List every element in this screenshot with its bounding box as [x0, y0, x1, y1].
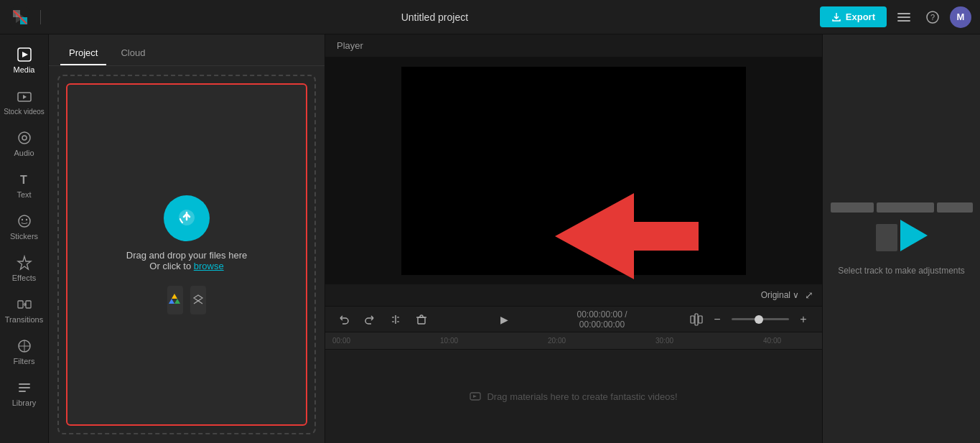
timeline-tracks: Drag materials here to create fantastic … — [325, 350, 822, 443]
panel-tabs: Project Cloud — [49, 34, 325, 66]
svg-text:?: ? — [930, 13, 935, 22]
svg-rect-31 — [699, 316, 702, 323]
app-logo — [9, 6, 32, 29]
graphic-bar-group — [831, 202, 973, 213]
player-wrapper — [325, 57, 822, 284]
svg-point-9 — [19, 132, 30, 144]
upload-drag-text: Drag and drop your files here Or click t… — [126, 250, 247, 271]
main-area: Media Stock videos Audio T Text — [0, 34, 980, 443]
ruler-mark-3: 30:00 — [655, 337, 763, 345]
svg-rect-4 — [897, 20, 910, 22]
dropbox-button[interactable] — [190, 286, 206, 314]
svg-rect-16 — [26, 301, 31, 308]
fit-icon — [690, 313, 703, 326]
fullscreen-button[interactable]: ⤢ — [805, 289, 813, 301]
center-area: Player Original ∨ ⤢ — [325, 34, 822, 443]
zoom-slider[interactable] — [732, 318, 789, 320]
svg-text:T: T — [20, 174, 27, 186]
menu-button[interactable] — [892, 6, 915, 29]
bar2 — [877, 202, 934, 213]
video-screen — [401, 67, 746, 275]
timeline-ruler: 00:00 10:00 20:00 30:00 40:00 50:00 — [325, 332, 822, 350]
project-title: Untitled project — [50, 11, 820, 23]
sidebar-item-media[interactable]: Media — [3, 40, 46, 80]
avatar[interactable]: M — [950, 6, 971, 28]
player-controls-bar: ▶ 00:00:00:00 / 00:00:00:00 − + — [325, 306, 822, 332]
browse-link[interactable]: browse — [194, 261, 224, 271]
original-button[interactable]: Original ∨ — [761, 290, 799, 300]
svg-point-10 — [22, 136, 27, 140]
google-drive-button[interactable] — [167, 286, 183, 314]
bar3 — [937, 202, 973, 213]
svg-rect-3 — [897, 17, 910, 18]
svg-rect-29 — [691, 316, 694, 323]
time-display: 00:00:00:00 / 00:00:00:00 — [577, 309, 627, 330]
graphic-bars — [831, 202, 973, 251]
help-button[interactable]: ? — [921, 6, 944, 29]
delete-button[interactable] — [411, 309, 431, 330]
svg-point-12 — [19, 215, 30, 227]
panel-content: Drag and drop your files here Or click t… — [49, 66, 325, 443]
zoom-controls: − + — [690, 309, 813, 330]
sidebar-item-effects[interactable]: Effects — [3, 248, 46, 289]
svg-rect-2 — [897, 13, 910, 14]
play-button[interactable]: ▶ — [494, 309, 514, 330]
redo-button[interactable] — [360, 309, 380, 330]
zoom-out-button[interactable]: − — [707, 309, 727, 330]
sidebar-item-filters[interactable]: Filters — [3, 332, 46, 372]
ruler-mark-0: 00:00 — [332, 337, 440, 345]
topbar: Untitled project Export ? M — [0, 0, 980, 34]
export-button[interactable]: Export — [820, 6, 887, 27]
player-label: Player — [325, 34, 822, 57]
split-button[interactable] — [386, 309, 406, 330]
tab-project[interactable]: Project — [60, 42, 106, 65]
player-area: Player Original ∨ ⤢ — [325, 34, 822, 332]
sidebar-item-library[interactable]: Library — [3, 373, 46, 414]
right-panel-graphic — [831, 202, 973, 251]
topbar-divider — [40, 10, 41, 24]
svg-rect-19 — [19, 387, 30, 388]
upload-buttons — [167, 286, 206, 314]
media-panel: Project Cloud Drag and drop your files h… — [49, 34, 325, 443]
upload-icon — [164, 195, 210, 241]
sidebar-item-stickers[interactable]: Stickers — [3, 207, 46, 247]
svg-rect-27 — [418, 317, 425, 324]
video-container — [325, 57, 822, 284]
sidebar-item-transitions[interactable]: Transitions — [3, 290, 46, 330]
cyan-arrow — [900, 220, 928, 251]
topbar-actions: Export ? M — [820, 6, 971, 29]
undo-button[interactable] — [334, 309, 354, 330]
sidebar-item-text[interactable]: T Text — [3, 165, 46, 205]
zoom-in-button[interactable]: + — [793, 309, 813, 330]
svg-rect-15 — [18, 301, 23, 308]
svg-rect-20 — [19, 391, 26, 392]
right-panel-hint: Select track to make adjustments — [838, 266, 965, 276]
ruler-mark-1: 10:00 — [440, 337, 548, 345]
right-panel: Select track to make adjustments — [822, 34, 980, 443]
zoom-thumb — [755, 315, 763, 324]
ruler-mark-4: 40:00 — [763, 337, 822, 345]
ruler-mark-2: 20:00 — [548, 337, 655, 345]
video-hint-icon — [470, 391, 481, 402]
graphic-row2 — [876, 220, 928, 251]
bar1 — [831, 202, 874, 213]
svg-point-14 — [25, 219, 27, 220]
timeline: 00:00 10:00 20:00 30:00 40:00 50:00 Drag… — [325, 332, 822, 443]
thumb1 — [876, 224, 897, 251]
svg-rect-18 — [19, 383, 30, 385]
svg-point-13 — [21, 219, 22, 220]
ruler-marks: 00:00 10:00 20:00 30:00 40:00 50:00 — [332, 337, 822, 345]
sidebar-item-audio[interactable]: Audio — [3, 123, 46, 164]
upload-area-inner[interactable]: Drag and drop your files here Or click t… — [66, 83, 307, 426]
svg-rect-30 — [695, 314, 698, 325]
timeline-drop-hint: Drag materials here to create fantastic … — [470, 391, 677, 402]
tab-cloud[interactable]: Cloud — [112, 42, 154, 65]
sidebar: Media Stock videos Audio T Text — [0, 34, 49, 443]
player-bottom-bar: Original ∨ ⤢ — [325, 284, 822, 306]
sidebar-item-stock-videos[interactable]: Stock videos — [3, 82, 46, 122]
upload-area-outer: Drag and drop your files here Or click t… — [57, 75, 316, 434]
